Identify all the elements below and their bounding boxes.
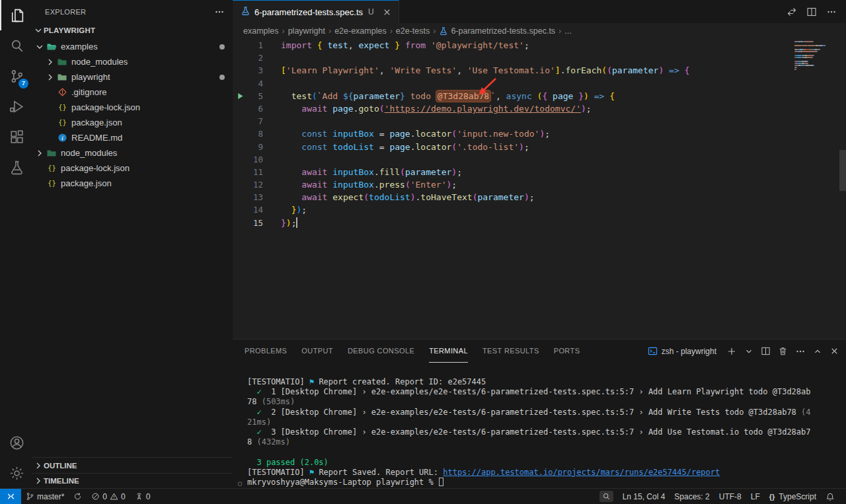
split-editor-icon[interactable]: [806, 7, 817, 17]
code-line[interactable]: 8 const inputBox = page.locator('input.n…: [233, 127, 846, 140]
activity-extensions-icon[interactable]: [0, 122, 32, 152]
line-number: 11: [247, 166, 263, 178]
tree-item-package-lock-json[interactable]: {}package-lock.json: [32, 161, 233, 176]
tree-item-node-modules[interactable]: node_modules: [32, 145, 233, 161]
code-line[interactable]: 3['Learn Playwright', 'Write Tests', 'Us…: [233, 64, 846, 77]
line-number: 12: [247, 178, 263, 191]
minimap-line: [794, 57, 837, 58]
annotation-arrow-icon: [464, 73, 506, 102]
terminal-link[interactable]: https://app.testomat.io/projects/mars/ru…: [443, 468, 720, 477]
breadcrumb-item-e2e-examples[interactable]: e2e-examples: [334, 26, 387, 36]
tree-item-package-json[interactable]: {}package.json: [32, 115, 233, 130]
code-line[interactable]: 11 await inputBox.fill(parameter);: [233, 166, 846, 178]
ports-status[interactable]: 0: [130, 489, 155, 504]
eol-status[interactable]: LF: [746, 489, 765, 504]
split-terminal-icon[interactable]: [761, 346, 771, 356]
code-line[interactable]: 9 const todoList = page.locator('.todo-l…: [233, 141, 846, 153]
close-icon[interactable]: [382, 7, 392, 17]
problems-status[interactable]: 0 0: [87, 489, 130, 504]
svg-text:{}: {}: [58, 103, 66, 111]
minimap-line: [794, 41, 837, 42]
info-icon: i: [56, 133, 69, 143]
code-line[interactable]: 13 await expect(todoList).toHaveText(par…: [233, 191, 846, 203]
section-outline[interactable]: OUTLINE: [32, 458, 233, 473]
code-line[interactable]: 14 });: [233, 203, 846, 216]
folder-icon: [45, 148, 58, 159]
panel-tab-problems[interactable]: PROBLEMS: [245, 340, 287, 363]
more-actions-icon[interactable]: [214, 7, 225, 17]
branch-status[interactable]: master*: [21, 489, 69, 504]
minimap-line: [794, 45, 837, 46]
notifications-bell[interactable]: [821, 489, 839, 504]
breadcrumb-item-[interactable]: ...: [564, 26, 571, 36]
code-line[interactable]: 2: [233, 52, 846, 64]
bell-icon: [826, 492, 835, 501]
section-playwright[interactable]: PLAYWRIGHT: [32, 23, 233, 38]
svg-text:{}: {}: [58, 118, 66, 126]
tree-item-playwright[interactable]: playwright: [32, 69, 233, 85]
chevron-down-icon[interactable]: [744, 347, 753, 356]
code-text: [263, 153, 281, 166]
encoding-status[interactable]: UTF-8: [714, 489, 746, 504]
code-line[interactable]: 1import { test, expect } from '@playwrig…: [233, 39, 846, 52]
activity-testing-icon[interactable]: [0, 152, 32, 182]
breadcrumb-item-6-parametrized-tests-spec-ts[interactable]: 6-parametrized-tests.spec.ts: [439, 26, 555, 36]
editor-cursor: [296, 217, 297, 228]
compare-changes-icon[interactable]: [787, 7, 797, 17]
code-editor[interactable]: 1import { test, expect } from '@playwrig…: [233, 39, 846, 339]
code-line[interactable]: 6 await page.goto('https://demo.playwrig…: [233, 102, 846, 115]
magnifier-status[interactable]: [595, 489, 618, 504]
code-line[interactable]: 15});: [233, 217, 846, 229]
remote-indicator[interactable]: [0, 489, 21, 504]
run-test-icon[interactable]: [233, 90, 247, 102]
activity-source-control-icon[interactable]: 7: [0, 61, 32, 91]
tree-item-readme-md[interactable]: iREADME.md: [32, 130, 233, 145]
editor-scrollbar[interactable]: [839, 150, 846, 191]
indentation-status[interactable]: Spaces: 2: [670, 489, 714, 504]
activity-run-and-debug-icon[interactable]: [0, 91, 32, 122]
activity-accounts-icon[interactable]: [0, 427, 32, 458]
sync-button[interactable]: [69, 489, 87, 504]
tree-item-examples[interactable]: examples: [32, 39, 233, 54]
more-actions-icon[interactable]: [795, 346, 806, 357]
branch-name: master*: [37, 492, 64, 501]
breadcrumb-item-e2e-tests[interactable]: e2e-tests: [396, 26, 430, 36]
close-panel-icon[interactable]: [829, 346, 839, 356]
section-timeline[interactable]: TIMELINE: [32, 473, 233, 488]
tree-item-package-lock-json[interactable]: {}package-lock.json: [32, 100, 233, 115]
activity-search-icon[interactable]: [0, 30, 32, 61]
breadcrumb-item-examples[interactable]: examples: [243, 26, 279, 36]
more-actions-icon[interactable]: [826, 7, 837, 17]
code-line[interactable]: 12 await inputBox.press('Enter');: [233, 178, 846, 191]
tree-item-gitignore[interactable]: .gitignore: [32, 85, 233, 100]
new-terminal-icon[interactable]: [726, 346, 737, 357]
maximize-panel-icon[interactable]: [813, 347, 822, 356]
kill-terminal-icon[interactable]: [778, 346, 788, 356]
tree-item-package-json[interactable]: {}package.json: [32, 176, 233, 191]
code-line[interactable]: 10: [233, 153, 846, 166]
code-line[interactable]: 4: [233, 77, 846, 90]
activity-settings-icon[interactable]: [0, 458, 32, 488]
panel-tab-ports[interactable]: PORTS: [554, 340, 580, 363]
tree-item-node-modules[interactable]: node_modules: [32, 54, 233, 69]
glyph-margin: [233, 203, 247, 216]
panel-tab-test-results[interactable]: TEST RESULTS: [482, 340, 539, 363]
activity-explorer-icon[interactable]: [0, 0, 32, 30]
language-status[interactable]: {}TypeScript: [765, 489, 821, 504]
terminal-output[interactable]: [TESTOMATIO] ⚑ Report created. Report ID…: [233, 363, 846, 488]
panel-tab-terminal[interactable]: TERMINAL: [429, 340, 468, 363]
code-line[interactable]: 7: [233, 115, 846, 127]
minimap[interactable]: [794, 41, 837, 71]
code-line[interactable]: 5 test(`Add ${parameter} todo @T3d28ab78…: [233, 90, 846, 102]
terminal-tab[interactable]: zsh - playwright: [648, 346, 716, 356]
folder-icon: [56, 72, 69, 83]
breadcrumb-item-playwright[interactable]: playwright: [288, 26, 325, 36]
line-number: 8: [247, 127, 263, 140]
editor-group: 6-parametrized-tests.spec.ts U examples›…: [233, 0, 846, 488]
line-number: 6: [247, 102, 263, 115]
panel-tab-debug-console[interactable]: DEBUG CONSOLE: [348, 340, 414, 363]
tab-spec-file[interactable]: 6-parametrized-tests.spec.ts U: [233, 0, 399, 23]
panel-tab-output[interactable]: OUTPUT: [301, 340, 333, 363]
cursor-position[interactable]: Ln 15, Col 4: [618, 489, 670, 504]
terminal-line: 3 passed (2.0s): [247, 458, 846, 468]
